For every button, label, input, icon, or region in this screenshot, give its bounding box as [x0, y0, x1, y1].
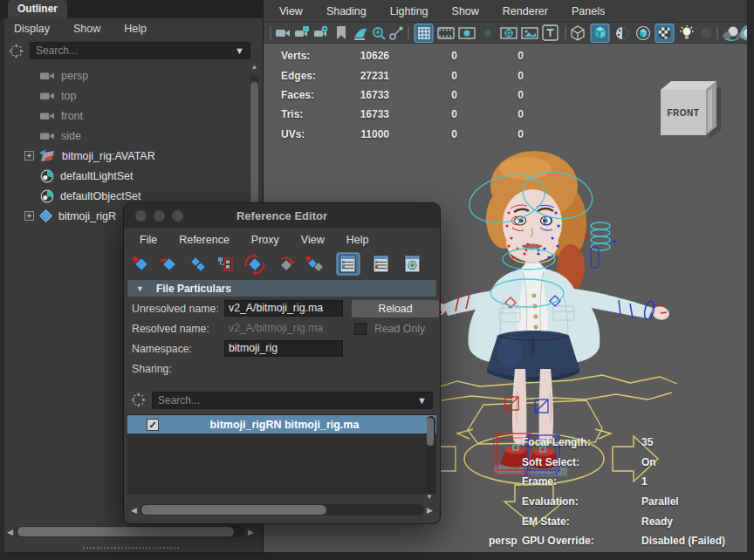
- textured-icon[interactable]: [655, 24, 674, 43]
- reference-search-field[interactable]: ▼: [152, 392, 433, 409]
- loaded-checkbox[interactable]: ✓: [147, 419, 159, 431]
- joint-tool-icon[interactable]: [390, 27, 403, 40]
- proxy-view-icon[interactable]: [405, 256, 420, 272]
- item-label: bitmoji_rigR: [58, 210, 116, 222]
- remove-reference-icon[interactable]: [161, 258, 175, 270]
- selection-lasso-icon[interactable]: [131, 393, 146, 407]
- reference-diamond-icon: [39, 209, 52, 222]
- zoom-region-icon[interactable]: [374, 28, 385, 39]
- scroll-right-icon[interactable]: ▶: [245, 528, 254, 536]
- scroll-right-icon[interactable]: ▶: [424, 506, 433, 515]
- menu-display[interactable]: Display: [14, 23, 50, 35]
- reload-reference-icon[interactable]: [246, 254, 264, 275]
- scroll-up-icon[interactable]: ▲: [250, 63, 259, 71]
- expand-icon[interactable]: +: [24, 151, 34, 160]
- namespace-field[interactable]: bitmoji_rig: [224, 340, 343, 357]
- item-label: defaultLightSet: [60, 170, 133, 182]
- film-gate-icon[interactable]: [438, 28, 454, 38]
- scrollbar-thumb[interactable]: [141, 505, 326, 515]
- scroll-down-icon[interactable]: ▼: [426, 493, 433, 501]
- shadows-icon[interactable]: [701, 28, 712, 39]
- unload-reference-icon[interactable]: [218, 257, 232, 270]
- scrollbar-track[interactable]: [140, 504, 424, 516]
- panel-resize-grip[interactable]: [83, 547, 179, 549]
- occlusion-icon[interactable]: [723, 27, 739, 41]
- wireframe-icon[interactable]: [572, 26, 584, 40]
- search-dropdown-icon[interactable]: ▼: [235, 45, 244, 56]
- reference-toolbar-icons: [124, 251, 440, 278]
- menu-file[interactable]: File: [140, 234, 157, 246]
- unresolved-name-field[interactable]: v2_A/bitmoji_rig.ma: [224, 300, 343, 317]
- window-zoom-icon[interactable]: [172, 210, 183, 222]
- detail-view-icon[interactable]: [374, 256, 388, 272]
- menu-panels[interactable]: Panels: [572, 5, 605, 17]
- character-model[interactable]: [428, 151, 671, 476]
- camera-lock-icon[interactable]: [295, 26, 309, 37]
- menu-reference[interactable]: Reference: [179, 234, 230, 246]
- read-only-checkbox[interactable]: [354, 323, 367, 335]
- reload-button[interactable]: Reload: [352, 300, 439, 318]
- smooth-shade-icon[interactable]: [591, 24, 609, 43]
- import-reference-icon[interactable]: [281, 257, 295, 270]
- camera-icon[interactable]: [276, 30, 290, 37]
- image-plane-icon[interactable]: [522, 28, 538, 38]
- file-particulars-header[interactable]: ▼ File Particulars: [127, 280, 436, 297]
- outliner-horizontal-scrollbar[interactable]: ◀ ▶: [7, 525, 254, 538]
- create-reference-icon[interactable]: [133, 256, 147, 270]
- menu-view[interactable]: View: [279, 5, 303, 17]
- reference-list-item-selected[interactable]: ✓ bitmoji_rigRN bitmoji_rig.ma: [127, 415, 436, 434]
- hud-text-icon[interactable]: [543, 25, 558, 40]
- object-set-icon: [40, 169, 54, 183]
- wireframe-on-shaded-icon[interactable]: [637, 27, 650, 40]
- selection-lasso-icon[interactable]: [9, 44, 24, 58]
- outliner-item-side[interactable]: side: [0, 126, 263, 146]
- tab-outliner[interactable]: Outliner: [8, 0, 67, 18]
- outliner-item-persp[interactable]: persp: [0, 65, 263, 85]
- outliner-item-front[interactable]: front: [0, 106, 263, 126]
- menu-proxy[interactable]: Proxy: [251, 234, 279, 246]
- lights-icon[interactable]: [681, 25, 694, 39]
- camera-attributes-icon[interactable]: [314, 26, 327, 37]
- gate-mask-icon[interactable]: [479, 26, 497, 40]
- menu-show[interactable]: Show: [73, 23, 100, 35]
- export-proxy-icon[interactable]: [305, 256, 323, 271]
- search-dropdown-icon[interactable]: ▼: [417, 395, 427, 406]
- view-cube[interactable]: FRONT: [661, 81, 721, 139]
- menu-shading[interactable]: Shading: [326, 5, 367, 17]
- duplicate-reference-icon[interactable]: [191, 257, 205, 271]
- grid-toggle-icon[interactable]: [415, 24, 433, 43]
- menu-view[interactable]: View: [301, 234, 325, 246]
- scrollbar-track[interactable]: [16, 526, 245, 537]
- shade-textured-icon[interactable]: [616, 27, 628, 39]
- outliner-search-field[interactable]: ▼: [30, 42, 250, 59]
- scrollbar-thumb[interactable]: [427, 418, 434, 446]
- scrollbar-thumb[interactable]: [17, 527, 234, 536]
- collapse-icon[interactable]: ▼: [136, 284, 144, 293]
- outliner-item-defaultlightset[interactable]: defaultLightSet: [0, 166, 263, 186]
- scroll-left-icon[interactable]: ◀: [131, 506, 140, 515]
- scroll-left-icon[interactable]: ◀: [7, 528, 16, 536]
- list-vertical-scrollbar[interactable]: [427, 416, 435, 494]
- safe-action-icon[interactable]: [501, 28, 517, 38]
- menu-show[interactable]: Show: [452, 5, 479, 17]
- window-minimize-icon[interactable]: [154, 210, 165, 222]
- resolution-gate-icon[interactable]: [459, 28, 475, 38]
- reference-search-input[interactable]: [158, 394, 414, 406]
- menu-help[interactable]: Help: [124, 23, 147, 35]
- outliner-search-input[interactable]: [36, 44, 231, 57]
- outliner-item-avatar[interactable]: + bitmoji_rig:AVATAR: [0, 146, 263, 166]
- menu-lighting[interactable]: Lighting: [390, 5, 428, 17]
- outliner-item-top[interactable]: top: [0, 85, 263, 106]
- reference-editor-window[interactable]: Reference Editor File Reference Proxy Vi…: [123, 202, 441, 524]
- reference-editor-titlebar[interactable]: Reference Editor: [124, 203, 440, 228]
- menu-renderer[interactable]: Renderer: [503, 5, 548, 17]
- window-close-icon[interactable]: [135, 210, 147, 222]
- menu-help[interactable]: Help: [346, 234, 369, 246]
- reference-horizontal-scrollbar[interactable]: ◀ ▶: [131, 503, 433, 516]
- list-view-icon[interactable]: [337, 253, 360, 275]
- pan-zoom-icon[interactable]: [354, 29, 367, 39]
- reference-list[interactable]: ✓ bitmoji_rigRN bitmoji_rig.ma: [127, 414, 436, 495]
- bookmark-icon[interactable]: [337, 26, 346, 39]
- item-label: front: [61, 110, 83, 122]
- expand-icon[interactable]: +: [24, 211, 34, 221]
